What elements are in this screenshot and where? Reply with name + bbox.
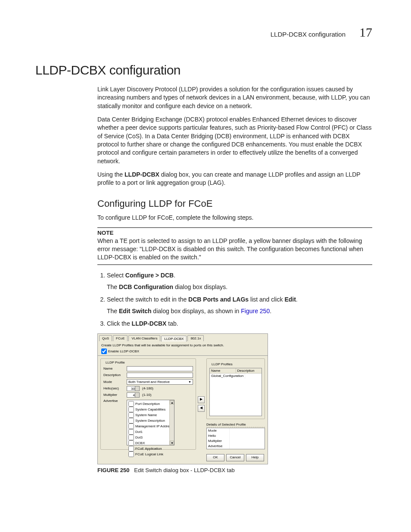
table-row: Mode [207, 428, 265, 433]
para-steps-lead: To configure LLDP for FCoE, complete the… [97, 214, 372, 222]
ok-button[interactable]: OK [206, 454, 224, 461]
tab-qos[interactable]: QoS [99, 335, 112, 341]
figure-caption: FIGURE 250 Edit Switch dialog box - LLDP… [97, 467, 372, 473]
details-title: Details of Selected Profile [206, 423, 265, 427]
advertise-item[interactable]: Port Description [128, 401, 173, 407]
move-left-button[interactable]: ◀ [198, 405, 205, 412]
advertise-item[interactable]: Management IP Address [128, 423, 173, 429]
multiplier-spinner[interactable]: 4 [127, 392, 140, 398]
para-usage: Using the LLDP-DCBX dialog box, you can … [97, 171, 372, 187]
advertise-item[interactable]: Dot1 [128, 429, 173, 435]
advertise-item[interactable]: System Capabilities [128, 407, 173, 412]
table-row: Advertise [207, 444, 265, 449]
figure-link[interactable]: Figure 250 [241, 308, 270, 314]
advertise-item[interactable]: FCoE Logical Link [128, 451, 173, 457]
dialog-tabs: QoSFCoEVLAN ClassifiersLLDP-DCBX802.1x [98, 334, 268, 341]
step-2: Select the switch to edit in the DCB Por… [107, 295, 372, 316]
step-3: Click the LLDP-DCBX tab. [107, 319, 372, 328]
name-input[interactable] [127, 366, 193, 371]
note-block: NOTE When a TE port is selected to assig… [97, 227, 372, 265]
advertise-item[interactable]: FCoE Application [128, 446, 173, 451]
step-1: Select Configure > DCB. The DCB Configur… [107, 271, 372, 292]
transfer-buttons: ▶ ◀ [198, 358, 205, 450]
help-button[interactable]: Help [246, 454, 264, 461]
tab-vlan-classifiers[interactable]: VLAN Classifiers [128, 335, 160, 341]
table-row: Hello [207, 433, 265, 439]
running-header-title: LLDP-DCBX configuration [271, 31, 346, 38]
dialog-instruction: Create LLDP Profiles that will be availa… [101, 343, 264, 347]
figure-250: QoSFCoEVLAN ClassifiersLLDP-DCBX802.1x C… [97, 333, 372, 473]
advertise-item[interactable]: DCBX [128, 440, 173, 446]
advertise-list[interactable]: Port DescriptionSystem CapabilitiesSyste… [127, 400, 174, 445]
note-label: NOTE [97, 230, 372, 236]
tab-802-1x[interactable]: 802.1x [187, 335, 204, 341]
para-dcbx-intro: Data Center Bridging Exchange (DCBX) pro… [97, 115, 372, 165]
move-right-button[interactable]: ▶ [198, 396, 205, 403]
running-header-chapter: 17 [359, 25, 372, 40]
section-title-configuring: Configuring LLDP for FCoE [97, 198, 372, 209]
scroll-down-icon[interactable]: ▼ [170, 441, 174, 445]
scroll-up-icon[interactable]: ▲ [170, 400, 174, 404]
note-text: When a TE port is selected to assign to … [97, 237, 363, 261]
lldp-profiles-panel: LLDP Profiles NameDescriptionGlobal_Conf… [206, 358, 265, 419]
hello-spinner[interactable]: 30 [127, 386, 140, 391]
tab-lldp-dcbx[interactable]: LLDP-DCBX [161, 336, 187, 342]
table-row[interactable]: Global_Configuration [210, 373, 262, 379]
edit-switch-dialog: QoSFCoEVLAN ClassifiersLLDP-DCBX802.1x C… [97, 333, 268, 464]
advertise-item[interactable]: System Description [128, 418, 173, 423]
cancel-button[interactable]: Cancel [226, 454, 244, 461]
advertise-item[interactable]: Dot3 [128, 435, 173, 440]
description-input[interactable] [127, 373, 193, 378]
advertise-item[interactable]: System Name [128, 412, 173, 418]
table-row: Multiplier [207, 439, 265, 444]
para-lldp-intro: Link Layer Discovery Protocol (LLDP) pro… [97, 85, 372, 110]
column-header: Name [210, 368, 236, 373]
advertise-scrollbar[interactable]: ▲ ▼ [169, 400, 174, 445]
mode-select[interactable]: Both Transmit and Receive [127, 379, 193, 385]
details-table: ModeHelloMultiplierAdvertise [206, 428, 265, 449]
running-header: LLDP-DCBX configuration 17 [35, 25, 372, 40]
steps-list: Select Configure > DCB. The DCB Configur… [97, 271, 372, 328]
tab-fcoe[interactable]: FCoE [113, 335, 128, 341]
enable-lldp-dcbx-checkbox[interactable]: Enable LLDP-DCBX [101, 348, 264, 354]
profiles-table[interactable]: NameDescriptionGlobal_Configuration [209, 368, 262, 416]
column-header: Description [236, 368, 262, 373]
lldp-profile-panel: LLDP Profile Name Description Mode Both … [100, 358, 196, 450]
page-title: LLDP-DCBX configuration [35, 63, 372, 78]
